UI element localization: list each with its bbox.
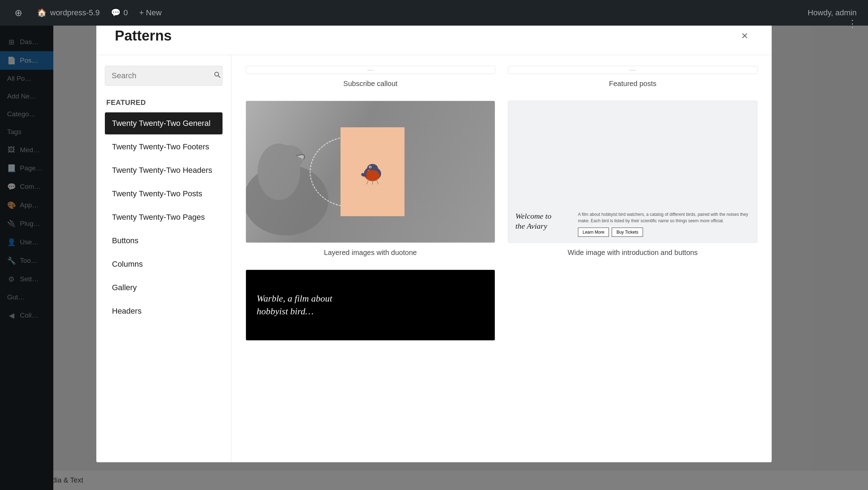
aviary-description: A film about hobbyist bird watchers, a c… — [578, 211, 750, 224]
pattern-name-wide-intro: Wide image with introduction and buttons — [508, 249, 757, 257]
aviary-buttons: Learn More Buy Tickets — [578, 228, 750, 237]
site-name[interactable]: wordpress-5.9 — [50, 8, 100, 17]
pattern-card-warble: Warble, a film abouthobbyist bird… — [246, 270, 495, 341]
category-item-headers2[interactable]: Headers — [105, 300, 223, 322]
admin-bar-site[interactable]: 🏠 wordpress-5.9 — [37, 8, 100, 17]
search-input[interactable] — [112, 71, 209, 80]
category-item-headers[interactable]: Twenty Twenty-Two Headers — [105, 159, 223, 181]
modal-title: Patterns — [115, 28, 172, 44]
pattern-preview-featured-posts[interactable]: — — [508, 66, 757, 74]
pattern-card-featured-posts: — Featured posts — [508, 66, 757, 88]
admin-bar-user[interactable]: Howdy, admin — [808, 8, 857, 17]
category-item-posts[interactable]: Twenty Twenty-Two Posts — [105, 183, 223, 205]
modal-close-button[interactable]: × — [736, 27, 753, 44]
search-icon — [214, 71, 221, 80]
pattern-preview-warble[interactable]: Warble, a film abouthobbyist bird… — [246, 270, 495, 341]
warble-bg: Warble, a film abouthobbyist bird… — [246, 270, 495, 340]
patterns-modal: Patterns × Featured — [96, 14, 772, 462]
svg-point-4 — [275, 145, 304, 170]
category-item-columns[interactable]: Columns — [105, 253, 223, 275]
comments-count: 0 — [123, 8, 128, 17]
svg-point-8 — [370, 166, 371, 167]
search-box[interactable] — [105, 66, 223, 86]
pattern-preview-subscribe[interactable]: — — [246, 66, 495, 74]
patterns-sidebar: Featured Twenty Twenty-Two General Twent… — [96, 55, 231, 462]
wide-intro-text-area: Welcome tothe Aviary A film about hobbyi… — [508, 206, 757, 243]
admin-bar: ⊕ 🏠 wordpress-5.9 💬 0 + New Howdy, admin — [0, 0, 868, 26]
svg-point-9 — [365, 170, 380, 181]
pattern-card-wide-intro: Welcome tothe Aviary A film about hobbyi… — [508, 101, 757, 257]
category-item-pages[interactable]: Twenty Twenty-Two Pages — [105, 206, 223, 228]
pattern-card-layered: Layered images with duotone — [246, 101, 495, 257]
pattern-preview-layered[interactable] — [246, 101, 495, 243]
category-item-footers[interactable]: Twenty Twenty-Two Footers — [105, 136, 223, 158]
new-label: + New — [139, 8, 162, 17]
admin-bar-comments[interactable]: 💬 0 — [111, 8, 128, 17]
bird-card — [341, 127, 404, 216]
three-dots-menu[interactable]: ⋮ — [847, 18, 857, 30]
preview-placeholder: — — [367, 66, 374, 74]
category-item-gallery[interactable]: Gallery — [105, 277, 223, 299]
wp-logo-icon[interactable]: ⊕ — [11, 6, 26, 20]
svg-line-1 — [218, 76, 220, 78]
buy-tickets-button[interactable]: Buy Tickets — [612, 228, 643, 237]
modal-body: Featured Twenty Twenty-Two General Twent… — [96, 55, 772, 462]
comment-bubble-icon: 💬 — [111, 8, 120, 17]
aviary-right: A film about hobbyist bird watchers, a c… — [578, 211, 750, 237]
aviary-title: Welcome tothe Aviary — [515, 211, 572, 231]
howdy-label: Howdy, admin — [808, 8, 857, 17]
category-item-buttons[interactable]: Buttons — [105, 230, 223, 252]
pattern-name-featured-posts: Featured posts — [508, 80, 757, 88]
warble-text: Warble, a film abouthobbyist bird… — [257, 292, 332, 318]
pattern-preview-wide-intro[interactable]: Welcome tothe Aviary A film about hobbyi… — [508, 101, 757, 243]
pattern-name-subscribe: Subscribe callout — [246, 80, 495, 88]
admin-bar-new[interactable]: + New — [139, 8, 162, 17]
pattern-card-subscribe: — Subscribe callout — [246, 66, 495, 88]
home-icon: 🏠 — [37, 8, 47, 17]
category-item-general[interactable]: Twenty Twenty-Two General — [105, 112, 223, 134]
preview-placeholder: — — [629, 66, 636, 74]
learn-more-button[interactable]: Learn More — [578, 228, 609, 237]
modal-overlay[interactable]: Patterns × Featured — [0, 0, 868, 490]
category-section-label: Featured — [105, 98, 223, 107]
pattern-name-layered: Layered images with duotone — [246, 249, 495, 257]
patterns-content-grid: — Subscribe callout — Featured posts — [231, 55, 772, 462]
